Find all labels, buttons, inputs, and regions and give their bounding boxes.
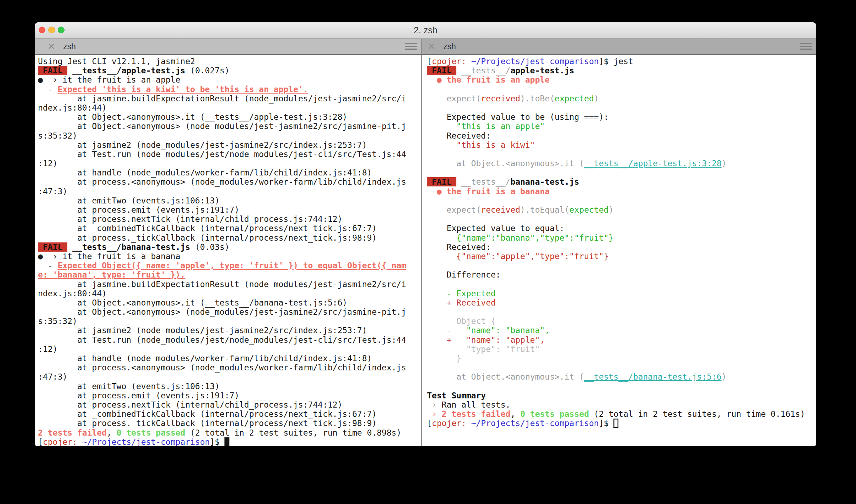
cursor-block bbox=[224, 437, 229, 446]
terminal-line: Received: bbox=[427, 131, 816, 140]
terminal-line: at Object.<anonymous> (node_modules/jest… bbox=[38, 122, 421, 131]
terminal-line: Expected value to be (using ===): bbox=[427, 112, 816, 122]
terminal-line: ● the fruit is a banana bbox=[427, 187, 816, 196]
terminal-line: › 2 tests failed, 0 tests passed (2 tota… bbox=[427, 409, 816, 419]
terminal-line bbox=[427, 280, 816, 289]
window-title: 2. zsh bbox=[35, 22, 816, 38]
tab-bar: ✕ zsh ✕ zsh bbox=[35, 39, 816, 55]
terminal-line bbox=[427, 168, 816, 177]
terminal-line: FAIL __tests__/banana-test.js bbox=[427, 177, 816, 186]
terminal-line: s:35:32) bbox=[38, 131, 421, 140]
close-tab-icon[interactable]: ✕ bbox=[48, 39, 58, 54]
terminal-line: ● › it the fruit is an apple bbox=[38, 75, 421, 84]
terminal-pane-left[interactable]: Using Jest CLI v12.1.1, jasmine2 FAIL __… bbox=[35, 55, 422, 446]
menu-icon[interactable] bbox=[800, 41, 812, 51]
terminal-line: Difference: bbox=[427, 270, 816, 279]
terminal-line: "this is a kiwi" bbox=[427, 140, 816, 150]
terminal-window: 2. zsh ✕ zsh ✕ zsh Using Jest CLI v12.1.… bbox=[35, 22, 816, 446]
cursor-hollow bbox=[613, 419, 618, 428]
terminal-line: at handle (node_modules/worker-farm/lib/… bbox=[38, 354, 421, 363]
terminal-line: at _combinedTickCallback (internal/proce… bbox=[38, 224, 421, 233]
terminal-content: Using Jest CLI v12.1.1, jasmine2 FAIL __… bbox=[35, 55, 816, 446]
terminal-line: FAIL __tests__/banana-test.js (0.03s) bbox=[38, 242, 421, 252]
terminal-line bbox=[427, 363, 816, 372]
terminal-line: "this is an apple" bbox=[427, 122, 816, 131]
terminal-line: at process._tickCallback (internal/proce… bbox=[38, 419, 421, 428]
terminal-line: › Ran all tests. bbox=[427, 400, 816, 409]
terminal-line: at process.nextTick (internal/child_proc… bbox=[38, 214, 421, 224]
terminal-line: at process.emit (events.js:191:7) bbox=[38, 391, 421, 400]
terminal-line: "type": "fruit" bbox=[427, 345, 816, 354]
terminal-line: s:35:32) bbox=[38, 317, 421, 326]
tab-label: zsh bbox=[63, 42, 76, 51]
terminal-line: ● › it the fruit is a banana bbox=[38, 252, 421, 261]
terminal-line: at Object.<anonymous>.it (__tests__/appl… bbox=[427, 159, 816, 168]
terminal-line: at process.emit (events.js:191:7) bbox=[38, 205, 421, 214]
terminal-line: at Test.run (node_modules/jest/node_modu… bbox=[38, 150, 421, 159]
terminal-line: [cpojer: ~/Projects/jest-comparison]$ je… bbox=[427, 57, 816, 66]
terminal-line: [cpojer: ~/Projects/jest-comparison]$ bbox=[38, 437, 421, 446]
terminal-line: expect(received).toEqual(expected) bbox=[427, 205, 816, 214]
terminal-line: ndex.js:80:44) bbox=[38, 103, 421, 112]
terminal-line: at Test.run (node_modules/jest/node_modu… bbox=[38, 335, 421, 345]
close-tab-icon[interactable]: ✕ bbox=[428, 39, 438, 54]
terminal-line: [cpojer: ~/Projects/jest-comparison]$ bbox=[427, 419, 816, 428]
terminal-line: {"name":"apple","type":"fruit"} bbox=[427, 252, 816, 261]
terminal-line: at _combinedTickCallback (internal/proce… bbox=[38, 409, 421, 419]
terminal-line bbox=[427, 103, 816, 112]
terminal-line: at process.<anonymous> (node_modules/wor… bbox=[38, 363, 421, 372]
terminal-line: at process.nextTick (internal/child_proc… bbox=[38, 400, 421, 409]
terminal-line: ● the fruit is an apple bbox=[427, 75, 816, 84]
terminal-line: at jasmine.buildExpectationResult (node_… bbox=[38, 280, 421, 289]
terminal-line: - Expected Object({ name: 'apple', type:… bbox=[38, 261, 421, 270]
terminal-line: at Object.<anonymous>.it (__tests__/bana… bbox=[427, 372, 816, 381]
terminal-line: ndex.js:80:44) bbox=[38, 289, 421, 298]
terminal-line bbox=[427, 307, 816, 317]
terminal-line: FAIL __tests__/apple-test.js (0.027s) bbox=[38, 66, 421, 75]
tab-label: zsh bbox=[443, 42, 456, 51]
terminal-line: at jasmine2 (node_modules/jest-jasmine2/… bbox=[38, 326, 421, 335]
terminal-line: Expected value to equal: bbox=[427, 224, 816, 233]
terminal-line: at handle (node_modules/worker-farm/lib/… bbox=[38, 168, 421, 177]
tab-zsh-left[interactable]: ✕ zsh bbox=[35, 39, 422, 54]
terminal-line: at process._tickCallback (internal/proce… bbox=[38, 233, 421, 242]
terminal-line bbox=[427, 85, 816, 94]
terminal-line: {"name":"banana","type":"fruit"} bbox=[427, 233, 816, 242]
title-bar[interactable]: 2. zsh bbox=[35, 22, 816, 39]
terminal-line bbox=[427, 150, 816, 159]
terminal-line: :12) bbox=[38, 159, 421, 168]
tab-zsh-right[interactable]: ✕ zsh bbox=[422, 39, 816, 54]
terminal-line: 2 tests failed, 0 tests passed (2 total … bbox=[38, 428, 421, 437]
terminal-line: :47:3) bbox=[38, 187, 421, 196]
terminal-pane-right[interactable]: [cpojer: ~/Projects/jest-comparison]$ je… bbox=[422, 55, 816, 446]
terminal-line: at jasmine.buildExpectationResult (node_… bbox=[38, 94, 421, 103]
terminal-line: + "name": "apple", bbox=[427, 335, 816, 345]
terminal-line: FAIL __tests__/apple-test.js bbox=[427, 66, 816, 75]
terminal-line: Received: bbox=[427, 242, 816, 252]
terminal-line: Test Summary bbox=[427, 391, 816, 400]
terminal-line bbox=[427, 261, 816, 270]
terminal-line bbox=[427, 214, 816, 224]
terminal-line: - Expected 'this is a kiwi' to be 'this … bbox=[38, 85, 421, 94]
terminal-line: at emitTwo (events.js:106:13) bbox=[38, 382, 421, 391]
terminal-line: Using Jest CLI v12.1.1, jasmine2 bbox=[38, 57, 421, 66]
terminal-line: :47:3) bbox=[38, 372, 421, 381]
terminal-line: :12) bbox=[38, 345, 421, 354]
terminal-line: Object { bbox=[427, 317, 816, 326]
terminal-line: at process.<anonymous> (node_modules/wor… bbox=[38, 177, 421, 186]
menu-icon[interactable] bbox=[405, 41, 417, 51]
terminal-line: at Object.<anonymous>.it (__tests__/appl… bbox=[38, 112, 421, 122]
terminal-line: at Object.<anonymous> (node_modules/jest… bbox=[38, 307, 421, 317]
terminal-line bbox=[427, 382, 816, 391]
terminal-line: at jasmine2 (node_modules/jest-jasmine2/… bbox=[38, 140, 421, 150]
terminal-line: + Received bbox=[427, 298, 816, 307]
terminal-line: - "name": "banana", bbox=[427, 326, 816, 335]
terminal-line: } bbox=[427, 354, 816, 363]
terminal-line: at emitTwo (events.js:106:13) bbox=[38, 196, 421, 205]
terminal-line bbox=[427, 196, 816, 205]
terminal-line: - Expected bbox=[427, 289, 816, 298]
terminal-line: expect(received).toBe(expected) bbox=[427, 94, 816, 103]
terminal-line: at Object.<anonymous>.it (__tests__/bana… bbox=[38, 298, 421, 307]
terminal-line: e: 'banana', type: 'fruit' }). bbox=[38, 270, 421, 279]
